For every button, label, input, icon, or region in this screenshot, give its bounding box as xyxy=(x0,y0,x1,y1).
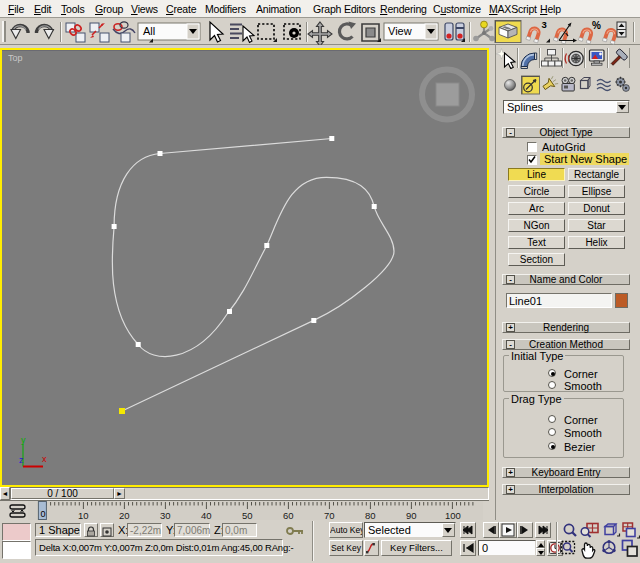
svg-text:All: All xyxy=(143,25,155,37)
svg-text:x: x xyxy=(42,454,47,464)
svg-text:%: % xyxy=(592,20,601,31)
svg-text:0: 0 xyxy=(40,509,45,519)
svg-text:View: View xyxy=(388,25,412,37)
svg-text:z: z xyxy=(19,455,24,465)
svg-text:y: y xyxy=(21,435,26,445)
svg-text:3: 3 xyxy=(542,19,547,30)
